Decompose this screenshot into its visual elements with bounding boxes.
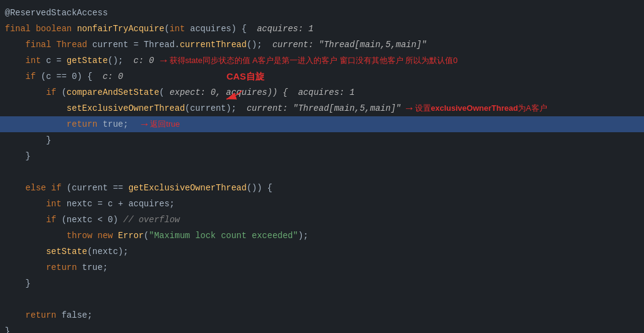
code-line-12: int nextc = c + acquires; [0,196,644,212]
code-line-5: if (c == 0) { c: 0 CAS自旋 [0,69,644,84]
annotation-return: 返回true [150,116,179,132]
code-line-7: setExclusiveOwnerThread(current); curren… [0,100,644,116]
annotation-exclusive: 设置exclusiveOwnerThread为A客户 [415,100,547,116]
code-line-16: return true; [0,260,644,275]
code-editor: @ReservedStackAccess final boolean nonfa… [0,0,644,333]
code-line-18: return false; [0,307,644,323]
code-line-8: return true; → 返回true [0,116,644,132]
code-line-17: } [0,275,644,291]
arrow-icon-3: → [141,116,148,132]
code-line-15: setState(nextc); [0,244,644,260]
code-line-13: if (nextc < 0) // overflow [0,212,644,228]
code-line-blank [0,164,644,180]
code-line-blank2 [0,291,644,307]
cas-label: CAS自旋 [227,69,264,84]
code-line-11: else if (current == getExclusiveOwnerThr… [0,180,644,196]
code-text: final [5,21,36,37]
code-line-6: if (compareAndSetState( expect: 0, acqui… [0,84,644,100]
code-line-2: final boolean nonfairTryAcquire(int acqu… [0,21,644,37]
arrow-icon: → [160,53,167,69]
code-text: @ReservedStackAccess [5,5,108,21]
code-line-10: } [0,148,644,164]
code-line-4: int c = getState(); c: 0 → 获得state同步状态的值… [0,53,644,69]
code-line-14: throw new Error("Maximum lock count exce… [0,228,644,244]
arrow-icon-2: → [406,100,413,116]
annotation-state: 获得state同步状态的值 A客户是第一进入的客户 窗口没有其他客户 所以为默认… [170,53,458,69]
code-line-3: final Thread current = Thread.currentThr… [0,37,644,53]
code-line-1: @ReservedStackAccess [0,5,644,21]
code-line-9: } [0,132,644,148]
code-line-19: } [0,323,644,333]
